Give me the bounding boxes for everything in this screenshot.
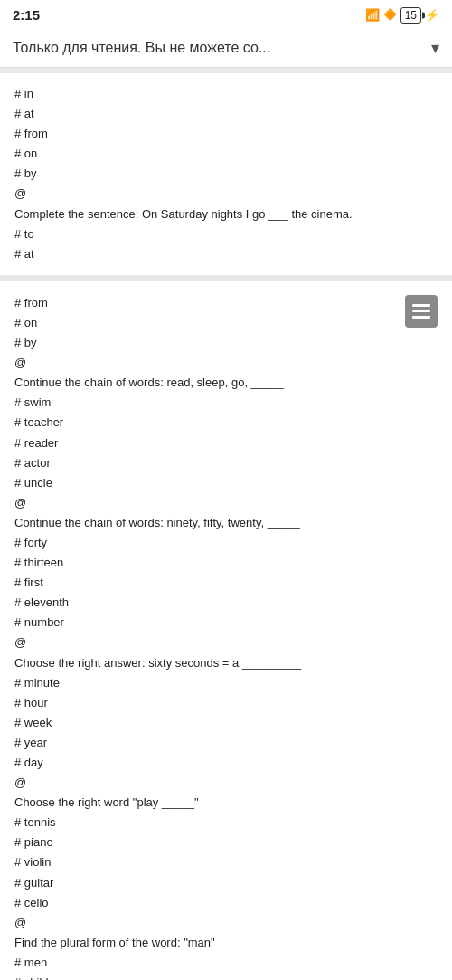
card2-line: Find the plural form of the word: "man" <box>14 933 438 953</box>
signal-icon-1: 📶 <box>365 8 380 22</box>
card-1: # in# at# from# on# by@Complete the sent… <box>0 73 452 275</box>
hamburger-button[interactable] <box>405 295 438 328</box>
card2-line: # tennis <box>14 813 438 833</box>
card2-line: # forty <box>14 533 438 553</box>
card2-line: @ <box>14 493 438 513</box>
card1-line: Complete the sentence: On Saturday night… <box>14 205 438 224</box>
card2-line: # number <box>14 613 438 633</box>
chevron-down-icon[interactable]: ▾ <box>431 38 439 58</box>
card2-line: # year <box>14 733 438 753</box>
card1-line: @ <box>14 184 438 204</box>
card2-line: Continue the chain of words: ninety, fif… <box>14 513 438 533</box>
signal-icon-2: 🔶 <box>383 8 397 21</box>
card2-line: # guitar <box>14 873 438 893</box>
card2-line: # on <box>14 313 438 333</box>
status-time: 2:15 <box>13 7 40 23</box>
card2-line: Choose the right answer: sixty seconds =… <box>14 653 438 673</box>
card-2-main: # from# on# by@Continue the chain of wor… <box>0 281 452 980</box>
card2-line: Choose the right word "play _____" <box>14 793 438 813</box>
card1-line: # in <box>14 84 438 104</box>
hamburger-line-1 <box>412 304 430 307</box>
card1-content: # in# at# from# on# by@Complete the sent… <box>14 84 438 264</box>
card2-line: # day <box>14 753 438 773</box>
card2-line: Continue the chain of words: read, sleep… <box>14 373 438 393</box>
card2-line: # minute <box>14 673 438 693</box>
charge-icon: ⚡ <box>425 8 439 22</box>
card1-line: # from <box>14 124 438 144</box>
card2-line: # week <box>14 713 438 733</box>
card1-line: # on <box>14 144 438 164</box>
status-bar: 2:15 📶 🔶 15 ⚡ <box>0 0 452 29</box>
card2-line: # children <box>14 973 438 980</box>
hamburger-line-2 <box>412 310 430 313</box>
card2-line: @ <box>14 913 438 933</box>
card2-content: # from# on# by@Continue the chain of wor… <box>14 293 438 980</box>
card2-line: # actor <box>14 453 438 473</box>
card2-line: # men <box>14 953 438 973</box>
card2-line: @ <box>14 773 438 793</box>
card1-line: # at <box>14 104 438 124</box>
card2-line: # thirteen <box>14 553 438 573</box>
hamburger-line-3 <box>412 316 430 319</box>
card2-line: @ <box>14 353 438 373</box>
card1-line: # to <box>14 224 438 244</box>
card2-line: # from <box>14 293 438 313</box>
header-bar: Только для чтения. Вы не можете со... ▾ <box>0 29 452 68</box>
card2-line: # first <box>14 573 438 593</box>
card2-line: # swim <box>14 393 438 413</box>
card2-line: # piano <box>14 833 438 852</box>
card2-line: # violin <box>14 852 438 872</box>
card1-line: # at <box>14 244 438 264</box>
card2-line: # by <box>14 333 438 353</box>
card2-line: # uncle <box>14 473 438 493</box>
header-title: Только для чтения. Вы не можете со... <box>13 40 424 56</box>
status-icons: 📶 🔶 15 ⚡ <box>365 8 439 22</box>
card2-line: # hour <box>14 693 438 713</box>
card2-line: # cello <box>14 893 438 913</box>
battery-icon: 15 <box>400 8 421 22</box>
card1-line: # by <box>14 164 438 184</box>
card2-line: @ <box>14 633 438 652</box>
card2-line: # reader <box>14 433 438 453</box>
card2-line: # teacher <box>14 413 438 433</box>
card2-line: # eleventh <box>14 593 438 613</box>
